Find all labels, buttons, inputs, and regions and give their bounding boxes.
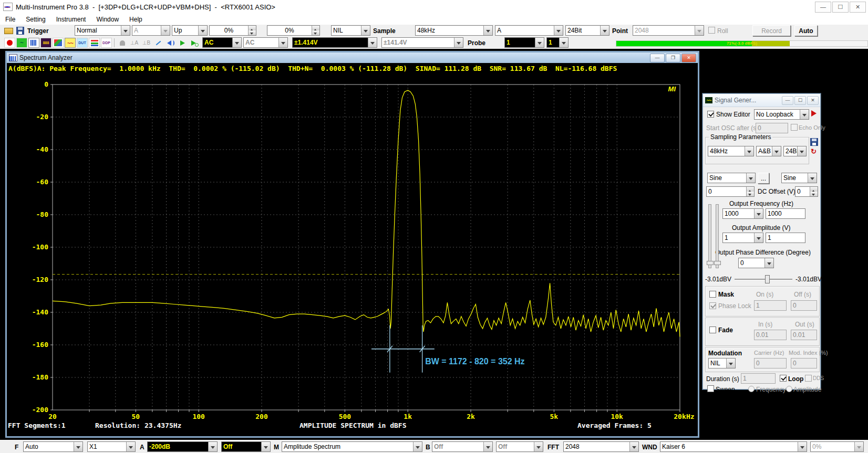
maximize-button[interactable]: ☐ [832,2,849,13]
spin-down-icon[interactable] [249,30,256,35]
spectrum-chart[interactable]: 0-20-40-60-80-100-120-140-160-180-200205… [7,73,698,436]
amplitude-a-select[interactable]: 1 [722,233,763,243]
menu-window[interactable]: Window [91,16,124,23]
spectrum-analyzer-icon[interactable] [28,38,39,48]
mask-off-input: 0 [791,300,817,311]
spectrum-3d-plot-icon[interactable] [53,38,64,48]
level-slider[interactable] [735,279,792,280]
freq-axis-select[interactable]: Auto [23,441,83,452]
svg-text:-180: -180 [32,373,48,381]
loopback-select[interactable]: No Loopback [754,109,809,120]
frequency-a-select[interactable]: 1000 [722,208,763,219]
coupling-a-select[interactable]: AC [202,37,242,48]
probe-a-select[interactable]: 1 [504,37,544,48]
dc-offset-label: DC Offset (V) [758,188,795,195]
sample-channel-select[interactable]: A [495,25,563,36]
signal-generator-icon[interactable]: ~~ [65,38,76,48]
menu-instrument[interactable]: Instrument [51,16,91,23]
trigger-level-spinner[interactable]: 0% [209,25,256,36]
open-file-icon[interactable] [3,26,14,36]
spectrum-analyzer-window[interactable]: Spectrum Analyzer — ❐ ✕ A(dBFS)A: Peak F… [5,51,699,438]
spin-up-icon[interactable] [312,26,319,30]
waveform-a-select[interactable]: Sine [707,173,756,183]
amplitude-slider-a[interactable] [708,204,711,268]
save-icon[interactable] [15,26,26,36]
close-button[interactable]: ✕ [850,2,866,13]
probe-b-select[interactable]: 1 [546,37,569,48]
oscilloscope-icon[interactable]: ~ [16,38,27,48]
trigger-edge-select[interactable]: Up [172,25,208,36]
dc-offset-b-spinner[interactable]: 0 [795,186,818,197]
svg-text:-140: -140 [32,308,48,316]
input-probe-icon[interactable] [153,38,164,48]
close-button[interactable]: ✕ [681,54,696,62]
device-test-plan-icon[interactable]: DUT [77,38,88,48]
minimize-button[interactable]: — [650,54,665,62]
chart-grid [53,85,680,410]
edit-signal-icon[interactable]: ↻ [811,148,817,155]
sampling-channels-select[interactable]: A&B [756,146,781,156]
sweep-checkbox[interactable] [707,385,714,392]
bit-depth-select[interactable]: 24Bit [565,25,609,36]
menu-help[interactable]: Help [124,16,148,23]
sampling-bits-select[interactable]: 24Bit [783,146,807,156]
display-mode-select[interactable]: Amplitude Spectrum [282,441,422,452]
spectrum-window-titlebar[interactable]: Spectrum Analyzer — ❐ ✕ [7,52,698,63]
a-ref-select[interactable]: Off [221,441,271,452]
signal-generator-titlebar[interactable]: ~~ Signal Gener... — ☐ ✕ [703,94,820,107]
amplitude-b-input[interactable]: 1 [766,233,805,243]
slider-handle[interactable] [714,261,721,265]
more-waveform-button[interactable]: ... [758,173,769,184]
spin-up-icon[interactable] [747,187,754,192]
waveform-b-select[interactable]: Sine [781,173,817,183]
phase-select[interactable]: 0 [738,258,774,268]
derived-data-curves-icon[interactable] [89,38,100,48]
spin-down-icon[interactable] [747,192,754,196]
window-function-select[interactable]: Kaiser 6 [660,441,807,452]
spin-down-icon[interactable] [810,192,818,196]
range-a-select[interactable]: ±1.414V [292,37,377,48]
menu-file[interactable]: File [0,16,20,23]
trigger-delay-spinner[interactable]: 0% [267,25,320,36]
ddp-viewer-icon[interactable]: DDP [101,38,112,48]
close-button[interactable]: ✕ [807,96,819,105]
record-icon[interactable] [4,38,15,48]
mask-checkbox[interactable] [709,291,716,298]
minimize-button[interactable]: — [782,96,793,105]
sample-rate-select[interactable]: 48kHz [415,25,493,36]
menu-setting[interactable]: Setting [20,16,50,23]
spin-up-icon[interactable] [810,187,818,192]
trigger-mode-select[interactable]: Normal [75,25,130,36]
auto-button[interactable]: Auto [794,25,818,36]
maximize-button[interactable]: ☐ [794,96,806,105]
fade-checkbox[interactable] [709,326,716,333]
save-signal-icon[interactable] [810,138,818,146]
dc-offset-a-spinner[interactable]: 0 [706,186,755,197]
fft-size-select[interactable]: 2048 [563,441,639,452]
mask-on-label: On (s) [756,291,773,298]
run-loop-icon[interactable] [189,38,200,48]
a-range-select[interactable]: -200dB [147,441,218,452]
speaker-icon[interactable] [165,38,176,48]
amplitude-slider-b[interactable] [716,204,719,268]
restore-button[interactable]: ❐ [666,54,680,62]
trigger-coupling-select[interactable]: NIL [331,25,370,36]
slider-handle[interactable] [765,275,770,283]
signal-generator-window[interactable]: ~~ Signal Gener... — ☐ ✕ Show Editor No … [702,93,821,389]
loop-checkbox[interactable] [780,375,787,382]
multimeter-icon[interactable]: 888 [40,38,51,48]
slider-handle[interactable] [707,261,714,265]
minimize-button[interactable]: — [815,2,831,13]
spin-up-icon[interactable] [249,26,256,30]
freq-axis-label: F [15,444,18,451]
run-generator-button[interactable] [811,110,817,117]
measurement-status-line: A(dBFS)A: Peak Frequency= 1.0000 kHz THD… [7,63,698,73]
sampling-rate-select[interactable]: 48kHz [708,146,754,156]
frequency-b-input[interactable]: 1000 [766,208,805,219]
zoom-select[interactable]: X1 [87,441,136,452]
start-osc-input: 0 [756,123,788,133]
run-icon[interactable] [177,38,188,48]
spin-down-icon[interactable] [312,30,319,35]
show-editor-checkbox[interactable] [707,111,714,118]
modulation-select[interactable]: NIL [708,358,736,368]
